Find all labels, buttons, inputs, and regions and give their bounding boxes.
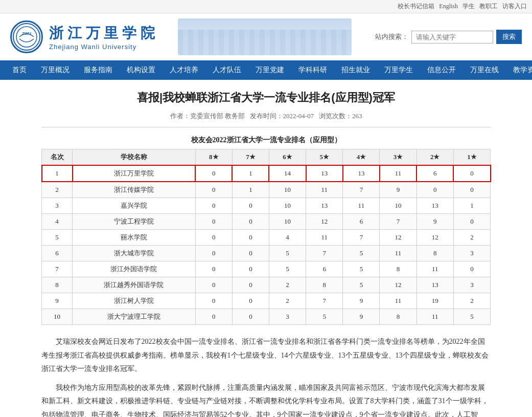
top-link-staff[interactable]: 教职工 xyxy=(479,3,498,10)
col-8star: 8★ xyxy=(195,149,232,166)
cell-s7: 0 xyxy=(232,293,269,309)
nav-info[interactable]: 信息公开 xyxy=(420,60,463,80)
col-6star: 6★ xyxy=(269,149,306,166)
top-link-english[interactable]: English xyxy=(439,3,458,10)
meta-date: 发布时间：2022-04-07 xyxy=(250,112,314,120)
cell-s6: 5 xyxy=(269,246,306,261)
cell-s8: 0 xyxy=(195,293,232,309)
cell-rank: 1 xyxy=(42,165,73,182)
cell-school: 丽水学院 xyxy=(73,230,196,246)
col-rank: 名次 xyxy=(42,149,73,166)
cell-s7: 0 xyxy=(232,309,269,325)
top-link-visitor[interactable]: 访客入口 xyxy=(502,3,527,10)
col-school: 学校名称 xyxy=(73,149,196,166)
article-para-2: 我校作为地方应用型高校的改革先锋，紧跟时代脉搏，注重高质量内涵发展，瞄准国家及共… xyxy=(41,381,491,417)
table-row: 6浙大城市学院005751183 xyxy=(42,246,491,261)
cell-s6: 14 xyxy=(269,165,306,182)
article-content: 喜报|我校蝉联浙江省大学一流专业排名(应用型)冠军 作者：党委宣传部 教务部 发… xyxy=(21,80,512,417)
table-row: 7浙江外国语学院005658110 xyxy=(42,261,491,277)
nav-online[interactable]: 万里在线 xyxy=(463,60,506,80)
cell-s7: 0 xyxy=(232,198,269,214)
cell-s4: 5 xyxy=(343,246,380,261)
col-5star: 5★ xyxy=(306,149,343,166)
cell-s7: 0 xyxy=(232,277,269,293)
cell-s6: 3 xyxy=(269,309,306,325)
cell-s5: 13 xyxy=(306,165,343,182)
cell-s5: 11 xyxy=(306,182,343,198)
cell-s7: 0 xyxy=(232,214,269,230)
cell-s5: 7 xyxy=(306,293,343,309)
nav-students[interactable]: 万里学生 xyxy=(377,60,420,80)
cell-s8: 0 xyxy=(195,261,232,277)
cell-s7: 0 xyxy=(232,246,269,261)
nav-talent[interactable]: 人才培养 xyxy=(163,60,205,80)
svg-point-0 xyxy=(13,24,40,50)
cell-s5: 11 xyxy=(306,230,343,246)
cell-s5: 8 xyxy=(306,277,343,293)
cell-school: 浙大宁波理工学院 xyxy=(73,309,196,325)
article-title: 喜报|我校蝉联浙江省大学一流专业排名(应用型)冠军 xyxy=(41,90,491,105)
cell-s4: 9 xyxy=(343,309,380,325)
article-meta: 作者：党委宣传部 教务部 发布时间：2022-04-07 浏览次数：263 xyxy=(41,112,491,127)
cell-s4: 7 xyxy=(343,230,380,246)
meta-views: 浏览次数：263 xyxy=(319,112,362,120)
cell-s3: 9 xyxy=(380,182,417,198)
nav-party[interactable]: 万里党建 xyxy=(248,60,291,80)
cell-s6: 2 xyxy=(269,277,306,293)
cell-s5: 6 xyxy=(306,261,343,277)
cell-s4: 11 xyxy=(343,198,380,214)
article-para-1: 艾瑞深校友会网近日发布了2022校友会中国一流专业排名、浙江省一流专业排名和浙江… xyxy=(41,335,491,376)
cell-s3: 11 xyxy=(380,246,417,261)
nav-staff[interactable]: 人才队伍 xyxy=(205,60,248,80)
cell-s6: 10 xyxy=(269,182,306,198)
ranking-table: 名次 学校名称 8★ 7★ 6★ 5★ 4★ 3★ 2★ 1★ 1浙江万里学院0… xyxy=(41,149,491,325)
cell-rank: 7 xyxy=(42,261,73,277)
top-bar: 校长书记信箱 English 学生 教职工 访客入口 xyxy=(0,0,532,13)
cell-s2: 11 xyxy=(417,261,453,277)
nav-service[interactable]: 服务指南 xyxy=(77,60,120,80)
col-1star: 1★ xyxy=(453,149,490,166)
table-row: 4宁波工程学院0010126790 xyxy=(42,214,491,230)
nav-teaching[interactable]: 教学资源 xyxy=(506,60,532,80)
cell-s8: 0 xyxy=(195,214,232,230)
table-row: 8浙江越秀外国语学院0028512133 xyxy=(42,277,491,293)
cell-s1: 3 xyxy=(453,246,490,261)
cell-s3: 7 xyxy=(380,214,417,230)
nav-home[interactable]: 首页 xyxy=(5,60,34,80)
cell-s8: 0 xyxy=(195,182,232,198)
cell-s1: 0 xyxy=(453,261,490,277)
cell-s5: 12 xyxy=(306,214,343,230)
cell-s2: 0 xyxy=(417,182,453,198)
cell-s5: 13 xyxy=(306,198,343,214)
cell-s2: 9 xyxy=(417,214,453,230)
nav-research[interactable]: 学科科研 xyxy=(291,60,334,80)
search-button[interactable]: 搜索 xyxy=(496,30,522,44)
search-input[interactable] xyxy=(411,31,493,43)
logo-en: Zhejiang Wanli University xyxy=(49,43,155,51)
cell-s4: 5 xyxy=(343,277,380,293)
cell-s5: 5 xyxy=(306,309,343,325)
cell-s3: 8 xyxy=(380,261,417,277)
col-2star: 2★ xyxy=(417,149,453,166)
nav-admissions[interactable]: 招生就业 xyxy=(334,60,377,80)
cell-rank: 10 xyxy=(42,309,73,325)
top-link-student[interactable]: 学生 xyxy=(462,3,475,10)
table-row: 9浙江树人学院0027911192 xyxy=(42,293,491,309)
cell-s6: 5 xyxy=(269,261,306,277)
cell-school: 浙大城市学院 xyxy=(73,246,196,261)
cell-s7: 0 xyxy=(232,230,269,246)
cell-s5: 7 xyxy=(306,246,343,261)
cell-s8: 0 xyxy=(195,198,232,214)
top-link-principal[interactable]: 校长书记信箱 xyxy=(398,3,434,10)
cell-school: 浙江万里学院 xyxy=(73,165,196,182)
cell-s3: 10 xyxy=(380,198,417,214)
nav-institutions[interactable]: 机构设置 xyxy=(120,60,163,80)
cell-s2: 13 xyxy=(417,198,453,214)
col-4star: 4★ xyxy=(343,149,380,166)
nav-overview[interactable]: 万里概况 xyxy=(34,60,77,80)
cell-s6: 4 xyxy=(269,230,306,246)
cell-s3: 12 xyxy=(380,230,417,246)
cell-rank: 5 xyxy=(42,230,73,246)
cell-s1: 0 xyxy=(453,182,490,198)
cell-s3: 11 xyxy=(380,165,417,182)
